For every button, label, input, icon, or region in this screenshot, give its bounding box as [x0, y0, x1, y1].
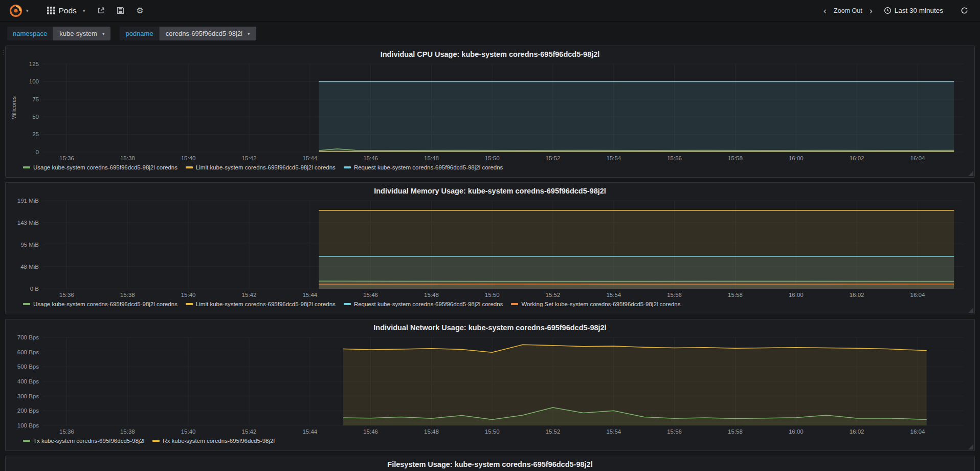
network-chart-canvas[interactable]: 100 Bps200 Bps300 Bps400 Bps500 Bps600 B… [10, 334, 970, 436]
save-icon [117, 7, 124, 14]
svg-text:143 MiB: 143 MiB [17, 220, 39, 226]
variable-value: coredns-695f96dcd5-98j2l [166, 30, 242, 37]
legend-item[interactable]: Tx kube-system coredns-695f96dcd5-98j2l [23, 438, 144, 444]
svg-text:15:50: 15:50 [485, 155, 500, 161]
svg-text:48 MiB: 48 MiB [20, 264, 39, 270]
svg-text:15:58: 15:58 [728, 155, 743, 161]
svg-text:0 B: 0 B [30, 286, 39, 292]
svg-text:100: 100 [29, 78, 39, 84]
panel-filesystem-usage: Filesystem Usage: kube-system coredns-69… [5, 456, 975, 471]
legend-item[interactable]: Limit kube-system coredns-695f96dcd5-98j… [186, 164, 336, 170]
series-color-dash-icon [186, 303, 193, 305]
series-color-dash-icon [511, 303, 518, 305]
svg-text:15:46: 15:46 [363, 155, 378, 161]
svg-text:700 Bps: 700 Bps [17, 334, 39, 340]
variable-label: namespace [7, 27, 53, 40]
panel-title[interactable]: Filesystem Usage: kube-system coredns-69… [10, 459, 970, 471]
svg-text:15:44: 15:44 [302, 292, 317, 298]
podname-dropdown[interactable]: coredns-695f96dcd5-98j2l ▾ [159, 27, 256, 40]
namespace-dropdown[interactable]: kube-system ▾ [53, 27, 110, 40]
legend-item[interactable]: Usage kube-system coredns-695f96dcd5-98j… [23, 164, 177, 170]
zoom-out-button[interactable]: Zoom Out [834, 7, 862, 14]
share-button[interactable] [92, 3, 109, 18]
series-name: Usage kube-system coredns-695f96dcd5-98j… [33, 164, 177, 170]
svg-text:15:46: 15:46 [363, 292, 378, 298]
svg-text:15:46: 15:46 [363, 429, 378, 435]
series-name: Working Set kube-system coredns-695f96dc… [521, 301, 680, 307]
svg-text:15:36: 15:36 [59, 292, 74, 298]
legend-item[interactable]: Rx kube-system coredns-695f96dcd5-98j2l [152, 438, 275, 444]
svg-text:15:42: 15:42 [242, 292, 257, 298]
svg-text:200 Bps: 200 Bps [17, 408, 39, 414]
svg-text:15:52: 15:52 [546, 155, 561, 161]
series-color-dash-icon [23, 440, 30, 442]
svg-text:75: 75 [32, 96, 39, 102]
series-color-dash-icon [23, 166, 30, 168]
svg-text:16:04: 16:04 [910, 155, 925, 161]
dashboard-settings-button[interactable]: ⚙ [131, 3, 148, 18]
cpu-chart-canvas[interactable]: 025507510012515:3615:3815:4015:4215:4415… [10, 61, 970, 162]
svg-text:16:00: 16:00 [789, 292, 804, 298]
caret-down-icon: ▾ [83, 8, 85, 13]
svg-text:16:00: 16:00 [789, 155, 804, 161]
series-name: Limit kube-system coredns-695f96dcd5-98j… [196, 301, 336, 307]
svg-text:15:48: 15:48 [424, 429, 439, 435]
svg-text:15:54: 15:54 [606, 155, 621, 161]
svg-text:0: 0 [36, 149, 39, 155]
series-name: Tx kube-system coredns-695f96dcd5-98j2l [33, 438, 144, 444]
panel-memory-usage: Individual Memory Usage: kube-system cor… [5, 182, 975, 314]
top-navbar: ▾ Pods ▾ [0, 0, 980, 22]
svg-text:50: 50 [32, 114, 39, 120]
memory-chart-canvas[interactable]: 0 B48 MiB95 MiB143 MiB191 MiB15:3615:381… [10, 198, 970, 299]
svg-text:15:38: 15:38 [120, 429, 135, 435]
share-icon [97, 7, 105, 14]
memory-chart-legend: Usage kube-system coredns-695f96dcd5-98j… [23, 301, 970, 307]
svg-text:500 Bps: 500 Bps [17, 363, 39, 370]
time-range-picker[interactable]: Last 30 minutes [880, 5, 947, 16]
svg-text:15:40: 15:40 [181, 429, 196, 435]
panel-resize-handle[interactable] [968, 444, 973, 449]
time-shift-forward-button[interactable]: › [867, 6, 875, 15]
variable-value: kube-system [59, 30, 97, 37]
panel-network-usage: Individual Network Usage: kube-system co… [5, 319, 975, 451]
network-chart-legend: Tx kube-system coredns-695f96dcd5-98j2lR… [23, 438, 970, 444]
refresh-button[interactable] [955, 3, 973, 18]
legend-item[interactable]: Working Set kube-system coredns-695f96dc… [511, 301, 680, 307]
panel-resize-handle[interactable] [968, 308, 973, 313]
svg-text:16:04: 16:04 [910, 292, 925, 298]
variable-label: podname [120, 27, 159, 40]
variable-podname: podname coredns-695f96dcd5-98j2l ▾ [120, 27, 256, 40]
panel-title[interactable]: Individual CPU Usage: kube-system coredn… [10, 49, 970, 61]
legend-item[interactable]: Request kube-system coredns-695f96dcd5-9… [344, 301, 503, 307]
svg-text:15:58: 15:58 [728, 429, 743, 435]
svg-text:15:36: 15:36 [59, 155, 74, 161]
save-dashboard-button[interactable] [112, 3, 129, 18]
svg-text:16:02: 16:02 [850, 429, 864, 435]
legend-item[interactable]: Request kube-system coredns-695f96dcd5-9… [344, 164, 503, 170]
svg-text:95 MiB: 95 MiB [20, 242, 39, 248]
grafana-logo-icon [9, 4, 23, 17]
series-color-dash-icon [344, 166, 351, 168]
svg-text:15:40: 15:40 [181, 155, 196, 161]
panel-title[interactable]: Individual Network Usage: kube-system co… [10, 322, 970, 334]
svg-text:16:04: 16:04 [910, 429, 925, 435]
svg-text:15:58: 15:58 [728, 292, 743, 298]
panel-resize-handle[interactable] [968, 171, 973, 176]
panel-title[interactable]: Individual Memory Usage: kube-system cor… [10, 185, 970, 198]
dashboard-picker[interactable]: Pods ▾ [42, 3, 91, 18]
series-name: Rx kube-system coredns-695f96dcd5-98j2l [163, 438, 275, 444]
svg-text:15:40: 15:40 [181, 292, 196, 298]
caret-down-icon: ▾ [248, 31, 250, 36]
svg-text:15:50: 15:50 [485, 292, 500, 298]
svg-text:15:36: 15:36 [59, 429, 74, 435]
svg-text:16:02: 16:02 [850, 292, 864, 298]
legend-item[interactable]: Usage kube-system coredns-695f96dcd5-98j… [23, 301, 177, 307]
gear-icon: ⚙ [136, 7, 143, 15]
series-name: Request kube-system coredns-695f96dcd5-9… [354, 301, 503, 307]
series-name: Limit kube-system coredns-695f96dcd5-98j… [196, 164, 336, 170]
svg-text:100 Bps: 100 Bps [17, 422, 39, 429]
legend-item[interactable]: Limit kube-system coredns-695f96dcd5-98j… [186, 301, 336, 307]
grafana-menu[interactable]: ▾ [7, 2, 31, 19]
time-shift-back-button[interactable]: ‹ [821, 6, 829, 15]
svg-text:15:42: 15:42 [242, 429, 257, 435]
